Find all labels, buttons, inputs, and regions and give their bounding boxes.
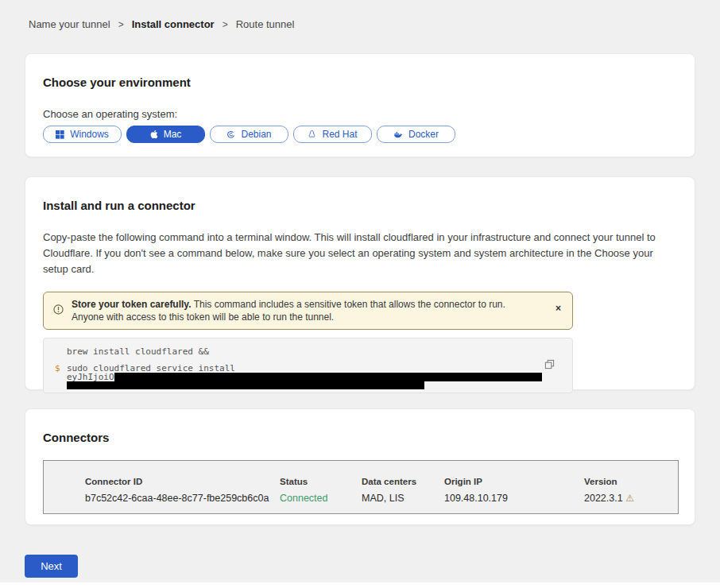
table-row: b7c52c42-6caa-48ee-8c77-fbe259cb6c0a Con… (85, 487, 678, 504)
connector-id-value: b7c52c42-6caa-48ee-8c77-fbe259cb6c0a (85, 493, 280, 504)
origin-ip-value: 109.48.10.179 (444, 493, 584, 504)
connectors-table: Connector ID Status Data centers Origin … (43, 460, 679, 514)
code-line-brew: brew install cloudflared && (67, 347, 572, 356)
alert-circle-icon (53, 304, 64, 318)
os-button-label: Docker (408, 129, 439, 140)
debian-icon (226, 130, 235, 139)
code-line-token: eyJhIjoiO (67, 373, 572, 381)
redaction-bar (114, 373, 542, 381)
col-data-centers: Data centers (362, 477, 444, 487)
choose-environment-title: Choose your environment (43, 76, 677, 89)
warning-triangle-icon: ⚠ (625, 493, 634, 504)
copy-icon[interactable] (544, 359, 555, 372)
data-centers-value: MAD, LIS (362, 493, 444, 504)
os-button-row: Windows Mac Debian Red Hat (43, 126, 677, 143)
connectors-table-header: Connector ID Status Data centers Origin … (85, 477, 678, 487)
os-button-docker[interactable]: Docker (377, 126, 455, 143)
os-button-label: Debian (241, 129, 271, 140)
breadcrumb-route-tunnel[interactable]: Route tunnel (236, 18, 295, 30)
os-select-label: Choose an operating system: (43, 108, 677, 121)
os-button-label: Red Hat (322, 129, 357, 140)
col-origin-ip: Origin IP (444, 477, 584, 487)
status-badge: Connected (280, 493, 362, 504)
col-status: Status (280, 477, 362, 487)
version-number: 2022.3.1 (584, 493, 623, 504)
col-version: Version (584, 477, 678, 487)
breadcrumb-separator: > (223, 19, 228, 30)
page: Name your tunnel > Install connector > R… (0, 0, 720, 582)
install-command-code-block: brew install cloudflared && $ sudo cloud… (43, 338, 573, 393)
breadcrumb: Name your tunnel > Install connector > R… (0, 0, 720, 30)
install-connector-card: Install and run a connector Copy-paste t… (25, 176, 695, 390)
version-value: 2022.3.1 ⚠ (584, 493, 678, 504)
redaction-bar (67, 381, 424, 389)
os-button-redhat[interactable]: Red Hat (293, 126, 372, 143)
os-button-label: Windows (70, 129, 109, 140)
os-button-mac[interactable]: Mac (126, 126, 205, 143)
col-connector-id: Connector ID (85, 477, 280, 487)
os-button-debian[interactable]: Debian (210, 126, 288, 143)
next-button[interactable]: Next (25, 555, 78, 578)
docker-whale-icon (393, 130, 403, 139)
token-prefix: eyJhIjoiO (67, 373, 114, 381)
close-icon[interactable]: × (555, 304, 561, 313)
breadcrumb-name-your-tunnel[interactable]: Name your tunnel (29, 18, 110, 30)
connectors-card: Connectors Connector ID Status Data cent… (25, 408, 695, 525)
breadcrumb-separator: > (118, 19, 124, 30)
connectors-title: Connectors (43, 431, 677, 444)
apple-icon (150, 130, 158, 139)
token-warning-banner: Store your token carefully. This command… (43, 292, 573, 330)
windows-icon (56, 130, 64, 139)
os-button-label: Mac (164, 129, 182, 140)
install-description: Copy-paste the following command into a … (43, 230, 675, 277)
os-button-windows[interactable]: Windows (43, 126, 122, 143)
token-warning-text: Store your token carefully. This command… (72, 298, 536, 323)
shell-prompt: $ (55, 364, 67, 373)
tux-penguin-icon (308, 130, 316, 139)
choose-environment-card: Choose your environment Choose an operat… (25, 53, 695, 157)
code-line-sudo: $ sudo cloudflared service install (55, 364, 572, 373)
install-connector-title: Install and run a connector (43, 199, 677, 212)
breadcrumb-install-connector[interactable]: Install connector (132, 18, 215, 30)
token-warning-title: Store your token carefully. (72, 299, 192, 310)
